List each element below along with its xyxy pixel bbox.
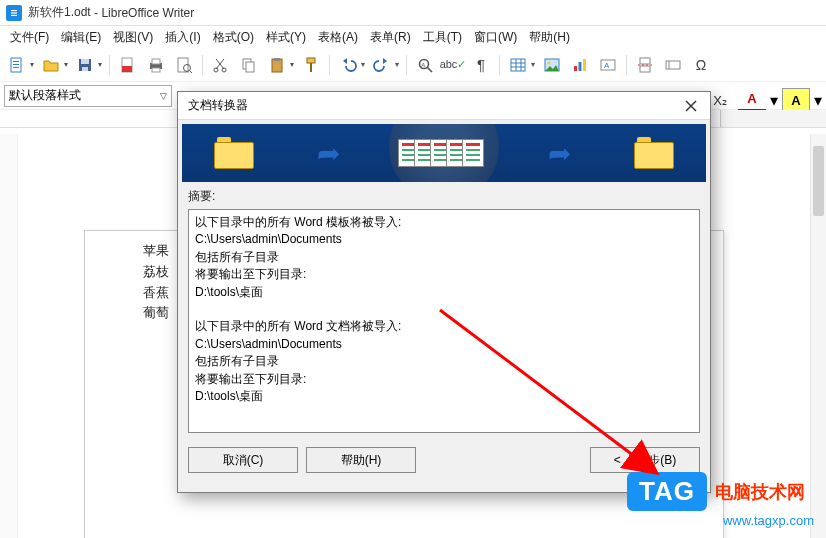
- app-icon: [6, 5, 22, 21]
- svg-text:A: A: [604, 61, 610, 70]
- menu-table[interactable]: 表格(A): [312, 28, 364, 47]
- insert-pagebreak-button[interactable]: [632, 52, 658, 78]
- title-bar: 新软件1.odt - LibreOffice Writer: [0, 0, 826, 26]
- clone-format-button[interactable]: [298, 52, 324, 78]
- font-color-button[interactable]: A: [738, 88, 766, 112]
- dialog-body: 摘要:: [178, 186, 710, 443]
- find-button[interactable]: A: [412, 52, 438, 78]
- separator: [626, 55, 627, 75]
- menu-tools[interactable]: 工具(T): [417, 28, 468, 47]
- open-dropdown[interactable]: ▾: [64, 60, 68, 69]
- menu-help[interactable]: 帮助(H): [523, 28, 576, 47]
- watermark: TAG 电脑技术网 www.tagxp.com: [627, 472, 814, 528]
- title-separator: -: [91, 6, 102, 20]
- chevron-down-icon: ▽: [160, 91, 167, 101]
- svg-rect-27: [307, 58, 315, 63]
- document-converter-dialog: 文档转换器 ➦ ➦ 摘要: 取消(C) 帮助(H) < 上一步(B): [177, 91, 711, 493]
- close-icon: [685, 100, 697, 112]
- table-dropdown[interactable]: ▾: [531, 60, 535, 69]
- menu-view[interactable]: 视图(V): [107, 28, 159, 47]
- watermark-tag: TAG: [627, 472, 707, 511]
- svg-rect-1: [11, 10, 17, 11]
- paste-button[interactable]: [264, 52, 290, 78]
- svg-rect-39: [574, 66, 577, 71]
- new-doc-dropdown[interactable]: ▾: [30, 60, 34, 69]
- right-format-tools: X₂ A ▾ A ▾: [706, 88, 822, 112]
- dialog-title: 文档转换器: [188, 97, 248, 114]
- svg-rect-40: [579, 62, 582, 71]
- vertical-ruler[interactable]: [0, 134, 18, 538]
- redo-dropdown[interactable]: ▾: [395, 60, 399, 69]
- watermark-cn: 电脑技术网: [715, 480, 805, 504]
- svg-rect-45: [640, 66, 650, 72]
- insert-image-button[interactable]: [539, 52, 565, 78]
- cancel-button[interactable]: 取消(C): [188, 447, 298, 473]
- menu-styles[interactable]: 样式(Y): [260, 28, 312, 47]
- svg-rect-32: [511, 59, 525, 71]
- menu-format[interactable]: 格式(O): [207, 28, 260, 47]
- copy-button[interactable]: [236, 52, 262, 78]
- separator: [329, 55, 330, 75]
- insert-chart-button[interactable]: [567, 52, 593, 78]
- arrow-right-icon: ➦: [317, 137, 340, 170]
- font-color-dropdown[interactable]: ▾: [770, 91, 778, 110]
- open-button[interactable]: [38, 52, 64, 78]
- highlight-dropdown[interactable]: ▾: [814, 91, 822, 110]
- back-button[interactable]: < 上一步(B): [590, 447, 700, 473]
- svg-rect-14: [152, 59, 160, 64]
- paragraph-style-value: 默认段落样式: [9, 87, 81, 104]
- svg-rect-6: [13, 64, 19, 65]
- document-title: 新软件1.odt: [28, 4, 91, 21]
- svg-point-38: [548, 61, 551, 64]
- svg-line-30: [428, 67, 433, 72]
- summary-textarea[interactable]: [188, 209, 700, 433]
- menu-file[interactable]: 文件(F): [4, 28, 55, 47]
- paragraph-style-combo[interactable]: 默认段落样式 ▽: [4, 85, 172, 107]
- folder-icon: [214, 137, 254, 169]
- separator: [499, 55, 500, 75]
- menu-window[interactable]: 窗口(W): [468, 28, 523, 47]
- separator: [202, 55, 203, 75]
- insert-table-button[interactable]: [505, 52, 531, 78]
- help-button[interactable]: 帮助(H): [306, 447, 416, 473]
- undo-dropdown[interactable]: ▾: [361, 60, 365, 69]
- close-button[interactable]: [674, 94, 708, 118]
- svg-rect-47: [666, 61, 680, 69]
- redo-button[interactable]: [369, 52, 395, 78]
- svg-rect-2: [11, 12, 17, 13]
- save-button[interactable]: [72, 52, 98, 78]
- highlight-button[interactable]: A: [782, 88, 810, 112]
- svg-rect-26: [274, 58, 280, 61]
- print-preview-button[interactable]: [171, 52, 197, 78]
- svg-rect-7: [13, 67, 19, 68]
- menu-edit[interactable]: 编辑(E): [55, 28, 107, 47]
- formatting-marks-button[interactable]: ¶: [468, 52, 494, 78]
- dialog-titlebar[interactable]: 文档转换器: [178, 92, 710, 120]
- insert-textbox-button[interactable]: A: [595, 52, 621, 78]
- svg-rect-5: [13, 61, 19, 62]
- menu-insert[interactable]: 插入(I): [159, 28, 206, 47]
- print-button[interactable]: [143, 52, 169, 78]
- spellcheck-button[interactable]: abc✓: [440, 52, 466, 78]
- svg-rect-10: [82, 67, 88, 71]
- dialog-banner: ➦ ➦: [182, 124, 706, 182]
- export-pdf-button[interactable]: [115, 52, 141, 78]
- new-doc-button[interactable]: [4, 52, 30, 78]
- cut-button[interactable]: [208, 52, 234, 78]
- undo-button[interactable]: [335, 52, 361, 78]
- insert-field-button[interactable]: [660, 52, 686, 78]
- svg-rect-12: [122, 66, 132, 72]
- paste-dropdown[interactable]: ▾: [290, 60, 294, 69]
- insert-special-char-button[interactable]: Ω: [688, 52, 714, 78]
- menu-bar: 文件(F) 编辑(E) 视图(V) 插入(I) 格式(O) 样式(Y) 表格(A…: [0, 26, 826, 48]
- watermark-url: www.tagxp.com: [723, 513, 814, 528]
- svg-rect-24: [246, 62, 254, 72]
- scrollbar-thumb[interactable]: [813, 146, 824, 216]
- menu-form[interactable]: 表单(R): [364, 28, 417, 47]
- separator: [406, 55, 407, 75]
- svg-rect-44: [640, 58, 650, 64]
- documents-icon: [404, 139, 484, 167]
- svg-rect-3: [11, 14, 17, 15]
- svg-rect-28: [310, 63, 312, 72]
- save-dropdown[interactable]: ▾: [98, 60, 102, 69]
